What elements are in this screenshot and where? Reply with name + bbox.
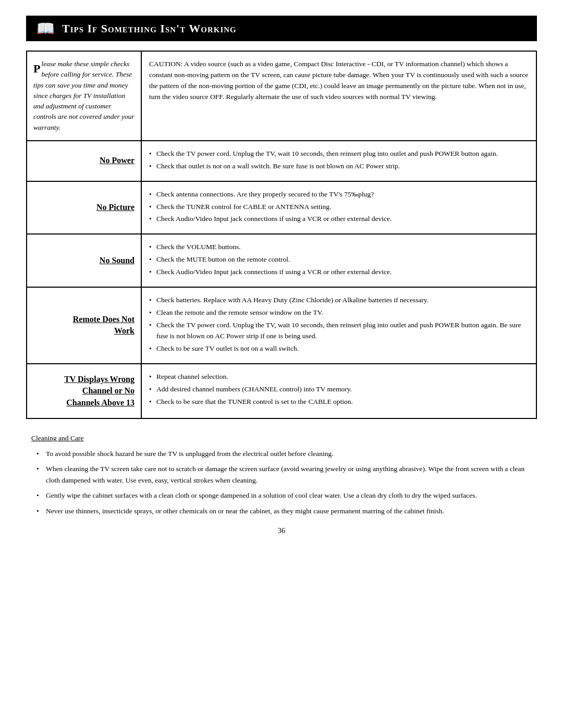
- intro-text: Please make these simple checks before c…: [33, 59, 134, 133]
- list-item: Check the VOLUME buttons.: [149, 242, 529, 253]
- no-picture-tips: Check antenna connections. Are they prop…: [142, 182, 536, 234]
- no-picture-list: Check antenna connections. Are they prop…: [149, 189, 529, 225]
- list-item: Check to be sure TV outlet is not on a w…: [149, 343, 529, 354]
- list-item: When cleaning the TV screen take care no…: [36, 463, 532, 486]
- book-icon: 📖: [36, 20, 55, 37]
- remote-list: Check batteries. Replace with AA Heavy D…: [149, 295, 529, 354]
- list-item: Check Audio/Video Input jack connections…: [149, 267, 529, 278]
- no-sound-label-panel: No Sound: [27, 235, 142, 287]
- no-picture-label-panel: No Picture: [27, 182, 142, 234]
- list-item: Never use thinners, insecticide sprays, …: [36, 505, 532, 517]
- cleaning-list: To avoid possible shock hazard be sure t…: [36, 448, 532, 517]
- list-item: Check the MUTE button on the remote cont…: [149, 254, 529, 265]
- cleaning-section: Cleaning and Care To avoid possible shoc…: [26, 433, 537, 517]
- list-item: Check the TV power cord. Unplug the TV, …: [149, 149, 529, 159]
- page-title: Tips If Something Isn't Working: [62, 22, 237, 35]
- main-content-box: Please make these simple checks before c…: [26, 51, 537, 419]
- list-item: Check the TUNER control for CABLE or ANT…: [149, 202, 529, 213]
- no-picture-label: No Picture: [96, 202, 134, 213]
- no-picture-row: No Picture Check antenna connections. Ar…: [27, 182, 536, 235]
- remote-row: Remote Does NotWork Check batteries. Rep…: [27, 288, 536, 364]
- remote-label-panel: Remote Does NotWork: [27, 288, 142, 363]
- no-power-row: No Power Check the TV power cord. Unplug…: [27, 141, 536, 182]
- list-item: To avoid possible shock hazard be sure t…: [36, 448, 532, 460]
- remote-label: Remote Does NotWork: [73, 314, 134, 337]
- tv-displays-row: TV Displays WrongChannel or NoChannels A…: [27, 364, 536, 418]
- list-item: Check to be sure that the TUNER control …: [149, 397, 529, 408]
- no-sound-row: No Sound Check the VOLUME buttons. Check…: [27, 235, 536, 288]
- tv-displays-label: TV Displays WrongChannel or NoChannels A…: [64, 374, 134, 409]
- list-item: Check antenna connections. Are they prop…: [149, 189, 529, 200]
- page-header: 📖 Tips If Something Isn't Working: [26, 16, 537, 41]
- no-sound-list: Check the VOLUME buttons. Check the MUTE…: [149, 242, 529, 278]
- no-sound-tips: Check the VOLUME buttons. Check the MUTE…: [142, 235, 536, 287]
- cleaning-heading: Cleaning and Care: [31, 433, 532, 444]
- no-power-tips: Check the TV power cord. Unplug the TV, …: [142, 141, 536, 181]
- list-item: Check batteries. Replace with AA Heavy D…: [149, 295, 529, 306]
- tv-displays-list: Repeat channel selection. Add desired ch…: [149, 372, 529, 408]
- intro-panel: Please make these simple checks before c…: [27, 52, 142, 140]
- list-item: Gently wipe the cabinet surfaces with a …: [36, 490, 532, 501]
- caution-row: Please make these simple checks before c…: [27, 52, 536, 141]
- no-power-label-panel: No Power: [27, 141, 142, 181]
- remote-tips: Check batteries. Replace with AA Heavy D…: [142, 288, 536, 363]
- no-power-list: Check the TV power cord. Unplug the TV, …: [149, 149, 529, 172]
- tv-displays-tips: Repeat channel selection. Add desired ch…: [142, 364, 536, 418]
- list-item: Add desired channel numbers (CHANNEL con…: [149, 384, 529, 395]
- list-item: Check that outlet is not on a wall switc…: [149, 161, 529, 172]
- caution-text: CAUTION: A video source (such as a video…: [142, 52, 536, 140]
- list-item: Check the TV power cord. Unplug the TV, …: [149, 320, 529, 342]
- no-power-label: No Power: [100, 155, 134, 166]
- list-item: Clean the remote and the remote sensor w…: [149, 307, 529, 318]
- list-item: Repeat channel selection.: [149, 372, 529, 382]
- tv-displays-label-panel: TV Displays WrongChannel or NoChannels A…: [27, 364, 142, 418]
- page-number: 36: [26, 527, 537, 535]
- no-sound-label: No Sound: [100, 255, 134, 266]
- list-item: Check Audio/Video Input jack connections…: [149, 214, 529, 225]
